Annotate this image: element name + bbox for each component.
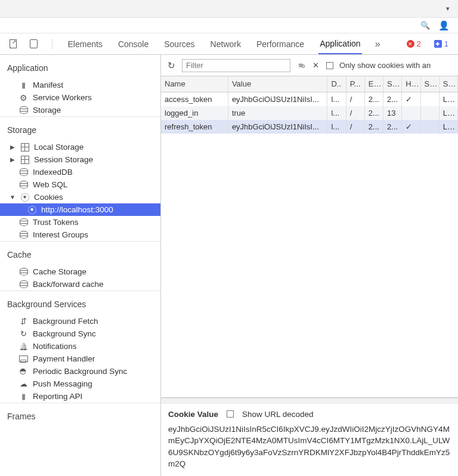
inspect-element-icon[interactable]	[10, 39, 17, 48]
sidebar-item-cookies-localhost[interactable]: http://localhost:3000	[0, 203, 160, 216]
cell-d[interactable]: l...	[327, 120, 346, 134]
cell-s[interactable]: 13	[383, 106, 402, 120]
sidebar-item-cache-storage[interactable]: Cache Storage	[0, 265, 160, 278]
zoom-icon[interactable]: 🔍	[420, 21, 430, 30]
cell-value[interactable]: eyJhbGciOiJSUzI1NiIsI...	[228, 120, 327, 134]
sidebar-item-websql[interactable]: Web SQL	[0, 178, 160, 191]
cell-s2[interactable]	[420, 106, 439, 120]
sidebar-item-bf-cache[interactable]: Back/forward cache	[0, 278, 160, 290]
col-httponly[interactable]: H...	[402, 76, 420, 92]
cell-value[interactable]: true	[228, 106, 327, 120]
cell-h[interactable]: ✓	[402, 120, 420, 134]
sidebar-item-storage[interactable]: Storage	[0, 104, 160, 116]
sidebar-item-reporting-api[interactable]: Reporting API	[0, 390, 160, 403]
grid-icon	[20, 155, 29, 164]
col-value[interactable]: Value	[228, 76, 327, 92]
table-row[interactable]: logged_intruel.../2...13Lax	[161, 106, 458, 120]
tab-application[interactable]: Application	[318, 34, 362, 54]
sidebar-item-payment-handler[interactable]: Payment Handler	[0, 353, 160, 365]
cell-s3[interactable]: Lax	[439, 120, 457, 134]
chevron-down-icon[interactable]: ▾	[446, 5, 450, 13]
cell-name[interactable]: refresh_token	[161, 120, 228, 134]
sidebar-item-bg-sync[interactable]: Background Sync	[0, 327, 160, 340]
only-httponly-checkbox[interactable]	[326, 62, 333, 69]
sidebar-item-local-storage[interactable]: ▶Local Storage	[0, 141, 160, 153]
sidebar-item-notifications[interactable]: Notifications	[0, 340, 160, 353]
show-decoded-label: Show URL decoded	[242, 410, 314, 419]
database-icon	[19, 168, 28, 177]
cell-s2[interactable]	[420, 92, 439, 106]
clear-icon[interactable]	[311, 61, 320, 70]
card-icon	[19, 354, 28, 363]
col-expires[interactable]: E...	[364, 76, 383, 92]
window-topbar: ▾	[0, 0, 458, 18]
device-toolbar-icon[interactable]	[30, 39, 37, 48]
cell-p[interactable]: /	[346, 106, 364, 120]
cell-e[interactable]: 2...	[364, 120, 383, 134]
bell-icon	[19, 342, 28, 351]
storage-icon	[19, 106, 28, 115]
cell-s3[interactable]: Lax	[439, 92, 457, 106]
database-icon	[19, 218, 28, 227]
cell-s2[interactable]	[420, 120, 439, 134]
tab-sources[interactable]: Sources	[163, 35, 196, 54]
sidebar-item-periodic-sync[interactable]: Periodic Background Sync	[0, 365, 160, 378]
cell-name[interactable]: access_token	[161, 92, 228, 106]
cell-e[interactable]: 2...	[364, 106, 383, 120]
cell-s3[interactable]: Lax	[439, 106, 457, 120]
cell-name[interactable]: logged_in	[161, 106, 228, 120]
more-tabs-icon[interactable]: »	[375, 39, 380, 50]
sidebar-item-manifest[interactable]: Manifest	[0, 79, 160, 91]
cell-e[interactable]: 2...	[364, 92, 383, 106]
filter-input[interactable]	[182, 59, 290, 72]
sidebar-item-interest-groups[interactable]: Interest Groups	[0, 228, 160, 241]
message-icon: ✚	[434, 40, 442, 48]
error-badge[interactable]: ✕2	[407, 39, 421, 48]
refresh-icon[interactable]	[167, 61, 176, 70]
expand-arrow-icon[interactable]: ▶	[10, 144, 16, 150]
sidebar-item-bg-fetch[interactable]: Background Fetch	[0, 315, 160, 327]
sync-icon	[19, 329, 28, 338]
cell-s[interactable]: 2...	[383, 92, 402, 106]
table-row[interactable]: access_tokeneyJhbGciOiJSUzI1NiIsI...l...…	[161, 92, 458, 106]
expand-arrow-icon[interactable]: ▶	[10, 156, 16, 163]
filter-match-icon[interactable]	[296, 61, 305, 70]
user-icon[interactable]: 👤	[438, 20, 450, 31]
tab-elements[interactable]: Elements	[67, 35, 104, 54]
sidebar-item-session-storage[interactable]: ▶Session Storage	[0, 153, 160, 166]
sidebar-item-push-messaging[interactable]: Push Messaging	[0, 378, 160, 390]
col-name[interactable]: Name	[161, 76, 228, 92]
sidebar-item-service-workers[interactable]: Service Workers	[0, 91, 160, 104]
col-samesite[interactable]: S...	[439, 76, 457, 92]
cookie-value-text[interactable]: eyJhbGciOiJSUzI1NiIsInR5cCI6IkpXVCJ9.eyJ…	[168, 424, 451, 470]
devtools-tabbar: Elements Console Sources Network Perform…	[0, 33, 458, 55]
tab-performance[interactable]: Performance	[255, 35, 305, 54]
collapse-arrow-icon[interactable]: ▼	[10, 194, 16, 200]
table-row[interactable]: refresh_tokeneyJhbGciOiJSUzI1NiIsI...l..…	[161, 120, 458, 134]
cell-p[interactable]: /	[346, 92, 364, 106]
cell-h[interactable]: ✓	[402, 92, 420, 106]
section-storage: Storage	[0, 116, 160, 141]
col-secure[interactable]: S...	[420, 76, 439, 92]
cell-p[interactable]: /	[346, 120, 364, 134]
cell-d[interactable]: l...	[327, 92, 346, 106]
sidebar-item-indexeddb[interactable]: IndexedDB	[0, 166, 160, 178]
cell-d[interactable]: l...	[327, 106, 346, 120]
cell-value[interactable]: eyJhbGciOiJSUzI1NiIsI...	[228, 92, 327, 106]
tab-console[interactable]: Console	[117, 35, 150, 54]
horizontal-scrollbar[interactable]	[161, 398, 458, 404]
cell-h[interactable]	[402, 106, 420, 120]
col-path[interactable]: P...	[346, 76, 364, 92]
sidebar-item-cookies[interactable]: ▼Cookies	[0, 191, 160, 203]
separator	[52, 39, 52, 50]
show-decoded-checkbox[interactable]	[227, 410, 234, 418]
col-size[interactable]: S...	[383, 76, 402, 92]
message-badge[interactable]: ✚1	[434, 39, 448, 48]
tab-network[interactable]: Network	[209, 35, 242, 54]
database-icon	[19, 280, 28, 289]
cookie-value-label: Cookie Value	[168, 410, 218, 419]
sidebar-item-trust-tokens[interactable]: Trust Tokens	[0, 216, 160, 228]
col-domain[interactable]: D..	[327, 76, 346, 92]
fetch-icon	[19, 317, 28, 326]
cell-s[interactable]: 2...	[383, 120, 402, 134]
